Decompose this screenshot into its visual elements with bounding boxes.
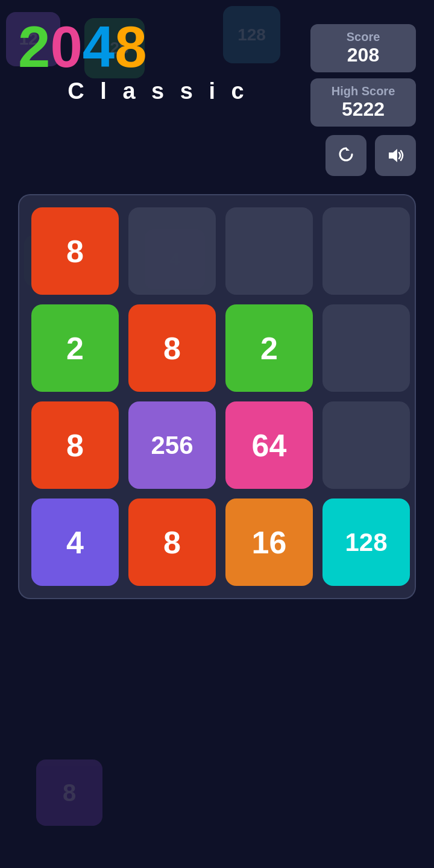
logo-digit-8: 8 <box>115 18 146 76</box>
logo-digit-4: 4 <box>83 18 115 76</box>
tile-r2c3 <box>322 401 410 489</box>
tile-r2c0: 8 <box>31 401 119 489</box>
tile-r0c3 <box>322 207 410 295</box>
logo-digit-2: 2 <box>18 18 50 76</box>
tile-r3c3: 128 <box>322 498 410 586</box>
tile-r0c0: 8 <box>31 207 119 295</box>
high-score-box: High Score 5222 <box>310 78 416 127</box>
logo-title: 2 0 4 8 <box>18 18 298 76</box>
score-label: Score <box>322 30 404 44</box>
tile-r2c1: 256 <box>128 401 216 489</box>
restart-icon <box>336 146 356 165</box>
tile-r1c1: 8 <box>128 304 216 392</box>
logo-digit-0: 0 <box>50 18 82 76</box>
main-content: 2 0 4 8 C l a s s i c Score 208 High Sco… <box>0 0 434 868</box>
tile-r3c0: 4 <box>31 498 119 586</box>
tile-r1c0: 2 <box>31 304 119 392</box>
score-section: Score 208 High Score 5222 <box>310 24 416 127</box>
restart-button[interactable] <box>326 135 366 176</box>
logo-classic: C l a s s i c <box>18 78 298 104</box>
high-score-label: High Score <box>322 84 404 98</box>
tile-r1c2: 2 <box>225 304 313 392</box>
tile-r0c2 <box>225 207 313 295</box>
tile-r3c2: 16 <box>225 498 313 586</box>
tile-r0c1 <box>128 207 216 295</box>
buttons-row <box>0 127 434 176</box>
tile-r2c2: 64 <box>225 401 313 489</box>
sound-icon <box>385 145 406 166</box>
logo-section: 2 0 4 8 C l a s s i c <box>18 18 298 104</box>
score-box: Score 208 <box>310 24 416 72</box>
header: 2 0 4 8 C l a s s i c Score 208 High Sco… <box>0 0 434 127</box>
sound-button[interactable] <box>375 135 416 176</box>
svg-marker-1 <box>389 149 397 162</box>
high-score-value: 5222 <box>322 98 404 121</box>
board-grid: 8 2 8 2 8 256 64 4 8 16 128 <box>31 207 403 586</box>
tile-r1c3 <box>322 304 410 392</box>
tile-r3c1: 8 <box>128 498 216 586</box>
game-board: 8 2 8 2 8 256 64 4 8 16 128 <box>18 194 416 599</box>
score-value: 208 <box>322 44 404 66</box>
